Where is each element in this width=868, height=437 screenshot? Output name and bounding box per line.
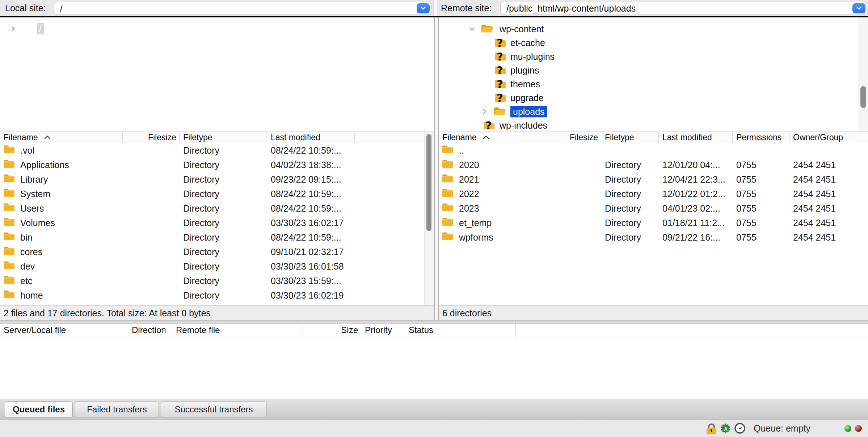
- remote-list-header: FilenameFilesizeFiletypeLast modifiedPer…: [439, 132, 868, 143]
- column-header-permissions[interactable]: Permissions: [733, 132, 789, 143]
- column-header-status[interactable]: Status: [405, 324, 516, 337]
- folder-icon: [442, 159, 454, 171]
- status-bar-bottom: ⚙ A Queue: empty: [0, 419, 868, 437]
- local-list-scrollbar[interactable]: [424, 132, 434, 305]
- sort-ascending-icon: [44, 135, 51, 140]
- remote-site-label: Remote site:: [441, 0, 492, 16]
- file-row-et_temp[interactable]: et_tempDirectory01/18/21 11:2...07552454…: [439, 216, 868, 230]
- tree-item-uploads[interactable]: uploads: [439, 105, 868, 118]
- file-row-2023[interactable]: 2023Directory04/01/23 02:...07552454 245…: [439, 201, 868, 216]
- tree-item-themes[interactable]: ? themes: [439, 77, 868, 91]
- local-directory-tree: /: [0, 17, 434, 132]
- folder-open-icon: [493, 106, 507, 118]
- file-row-bin[interactable]: binDirectory08/24/22 10:59:...: [0, 230, 434, 245]
- folder-icon: [3, 159, 15, 171]
- column-header-filename[interactable]: Filename: [0, 132, 123, 143]
- chevron-down-icon[interactable]: [469, 26, 475, 33]
- file-row-Applications[interactable]: ApplicationsDirectory04/02/23 18:38:...: [0, 158, 434, 172]
- chevron-right-icon[interactable]: [482, 109, 488, 116]
- column-header-last-modified[interactable]: Last modified: [659, 132, 733, 143]
- file-row-2021[interactable]: 2021Directory12/04/21 22:3...07552454 24…: [439, 172, 868, 187]
- local-site-label: Local site:: [5, 0, 46, 16]
- file-row-2022[interactable]: 2022Directory12/01/22 01:2...07552454 24…: [439, 187, 868, 201]
- remote-site-dropdown-button[interactable]: [852, 3, 865, 13]
- folder-question-icon: ?: [494, 51, 506, 63]
- green-light-indicator: [844, 425, 851, 432]
- local-list-scrollbar-thumb[interactable]: [426, 134, 431, 231]
- tree-item-wp-content[interactable]: wp-content: [439, 22, 868, 36]
- transfer-queue-list: [0, 337, 868, 399]
- folder-icon: [442, 144, 454, 157]
- remote-site-path: /public_html/wp-content/uploads: [506, 2, 636, 14]
- column-header-size[interactable]: Size: [303, 324, 361, 337]
- toolbar-divider: [434, 0, 437, 16]
- file-row-Volumes[interactable]: VolumesDirectory03/30/23 16:02:17: [0, 216, 434, 230]
- pane-splitter[interactable]: [434, 17, 439, 324]
- file-row-2020[interactable]: 2020Directory12/01/20 04:...07552454 245…: [439, 158, 868, 172]
- tab-successful-transfers[interactable]: Successful transfers: [161, 401, 267, 417]
- column-header-filesize[interactable]: Filesize: [547, 132, 601, 143]
- remote-site-combobox[interactable]: /public_html/wp-content/uploads: [500, 2, 867, 15]
- folder-question-icon: ?: [494, 79, 506, 91]
- column-header-last-modified[interactable]: Last modified: [267, 132, 355, 143]
- column-header-filetype[interactable]: Filetype: [180, 132, 267, 143]
- tree-item-label: mu-plugins: [510, 51, 555, 62]
- file-row-home[interactable]: homeDirectory03/30/23 16:02:19: [0, 288, 434, 303]
- column-header-server-local-file[interactable]: Server/Local file: [0, 324, 128, 337]
- autoupdate-badge: A: [722, 426, 729, 432]
- local-site-dropdown-button[interactable]: [417, 3, 430, 13]
- tree-item-upgrade[interactable]: ? upgrade: [439, 91, 868, 105]
- lock-icon[interactable]: [705, 423, 717, 436]
- folder-open-icon: [480, 23, 495, 36]
- column-header-direction[interactable]: Direction: [128, 324, 172, 337]
- local-list-header: FilenameFilesizeFiletypeLast modified: [0, 132, 434, 143]
- file-row-System[interactable]: SystemDirectory08/24/22 10:59:...: [0, 187, 434, 201]
- gear-icon[interactable]: ⚙ A: [720, 423, 732, 435]
- queue-tab-bar: Queued files Failed transfers Successful…: [0, 399, 868, 419]
- column-header-filesize[interactable]: Filesize: [123, 132, 180, 143]
- tree-item-root[interactable]: /: [0, 22, 434, 36]
- column-header-filename[interactable]: Filename: [439, 132, 547, 143]
- folder-icon: [3, 231, 15, 244]
- column-header-priority[interactable]: Priority: [361, 324, 405, 337]
- folder-icon: [442, 231, 454, 244]
- column-header-filetype[interactable]: Filetype: [601, 132, 659, 143]
- remote-tree-scrollbar[interactable]: [858, 17, 868, 132]
- column-header-remote-file[interactable]: Remote file: [172, 324, 303, 337]
- file-row-.vol[interactable]: .volDirectory08/24/22 10:59:...: [0, 143, 434, 158]
- local-site-combobox[interactable]: /: [54, 2, 431, 15]
- file-row-wpforms[interactable]: wpformsDirectory09/21/22 16:...07552454 …: [439, 230, 868, 245]
- tree-item-label: et-cache: [510, 37, 545, 49]
- column-header-owner-group[interactable]: Owner/Group: [789, 132, 851, 143]
- tree-item-plugins[interactable]: ? plugins: [439, 63, 868, 77]
- tree-item-et-cache[interactable]: ? et-cache: [439, 36, 868, 50]
- file-row-etc[interactable]: etcDirectory03/30/23 15:59:...: [0, 274, 434, 288]
- tab-queued-files[interactable]: Queued files: [5, 401, 73, 417]
- folder-icon: [442, 188, 454, 200]
- folder-icon: [3, 246, 15, 258]
- sort-ascending-icon: [483, 135, 490, 140]
- queue-status-text: Queue: empty: [754, 420, 810, 437]
- file-row-dev[interactable]: devDirectory03/30/23 16:01:58: [0, 259, 434, 274]
- remote-directory-tree: wp-content ? et-cache ? mu-plugins ? plu…: [439, 17, 868, 132]
- tree-item-mu-plugins[interactable]: ? mu-plugins: [439, 50, 868, 63]
- local-site-path: /: [60, 2, 63, 14]
- remote-file-list: .. 2020Directory12/01/20 04:...07552454 …: [439, 143, 868, 305]
- remote-tree-scrollbar-thumb[interactable]: [860, 86, 866, 108]
- tree-item-wp-includes[interactable]: ? wp-includes: [439, 118, 868, 132]
- file-row-Library[interactable]: LibraryDirectory09/23/22 09:15:...: [0, 172, 434, 187]
- horizontal-splitter[interactable]: [0, 320, 868, 324]
- tab-failed-transfers[interactable]: Failed transfers: [75, 401, 159, 417]
- red-light-indicator: [855, 425, 862, 432]
- folder-question-icon: ?: [494, 65, 506, 77]
- remote-status-bar: 6 directories: [439, 305, 868, 320]
- folder-icon: [442, 217, 454, 229]
- speedometer-icon[interactable]: [734, 423, 746, 436]
- chevron-right-icon[interactable]: [10, 26, 16, 33]
- tree-item-label: plugins: [510, 64, 539, 76]
- folder-question-icon: ?: [494, 38, 506, 49]
- file-row-..[interactable]: ..: [439, 143, 868, 158]
- file-row-Users[interactable]: UsersDirectory08/24/22 10:59:...: [0, 201, 434, 216]
- local-file-list: .volDirectory08/24/22 10:59:... Applicat…: [0, 143, 434, 305]
- file-row-cores[interactable]: coresDirectory09/10/21 02:32:17: [0, 245, 434, 259]
